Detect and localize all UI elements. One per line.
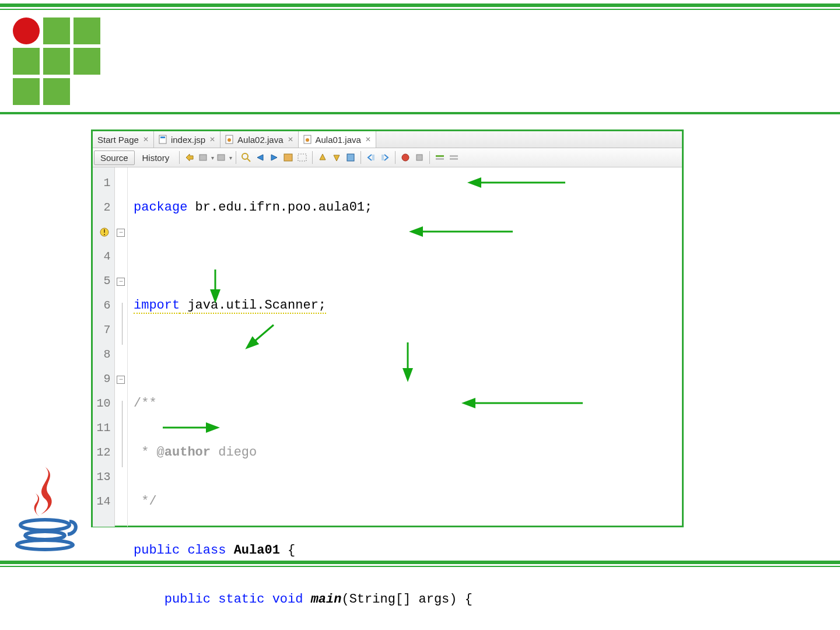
editor-tab-bar: Start Page ✕ index.jsp ✕ Aula02.java ✕ A… [93,131,682,148]
class-name: Aula01 [234,543,280,558]
line-num: 7 [93,318,111,342]
tab-aula02[interactable]: Aula02.java ✕ [220,131,298,148]
close-icon[interactable]: ✕ [288,135,293,144]
java-logo-icon [13,461,83,554]
keyword: import [134,298,180,314]
warning-icon [99,227,110,237]
svg-rect-6 [200,155,206,160]
code-text: { [280,543,295,558]
svg-rect-10 [284,154,292,161]
slide-top-rule [0,0,840,10]
svg-rect-7 [218,155,225,160]
tab-label: index.jsp [171,135,205,145]
keyword: public [134,543,180,558]
svg-rect-12 [347,154,354,161]
fold-toggle-icon[interactable]: − [117,229,125,237]
tab-label: Start Page [97,135,139,145]
svg-rect-18 [436,158,444,160]
institution-logo [13,18,106,111]
code-area[interactable]: 1 2 4 5 6 7 8 9 10 11 12 13 14 − [93,167,682,527]
javadoc: * @ [134,445,164,460]
svg-rect-17 [436,155,444,157]
find-next-icon[interactable] [268,151,281,164]
previous-bookmark-icon[interactable] [316,151,329,164]
svg-rect-16 [416,155,422,160]
fold-column: − − − [115,167,128,527]
javadoc: diego [211,445,257,460]
svg-point-33 [17,540,73,550]
uncomment-icon[interactable] [447,151,460,164]
line-num: 8 [93,342,111,367]
javadoc: */ [134,489,682,514]
back-icon[interactable] [197,151,210,164]
svg-rect-14 [382,155,384,160]
keyword: public static void [164,592,311,607]
fold-toggle-icon[interactable]: − [117,278,125,286]
tab-aula01[interactable]: Aula01.java ✕ [299,131,376,148]
svg-rect-1 [160,136,165,138]
line-num: 1 [93,171,111,195]
indent [134,592,164,607]
svg-rect-11 [298,154,306,161]
tab-index-jsp[interactable]: index.jsp ✕ [154,131,220,148]
line-num: 12 [93,440,111,465]
code-editor-window: Start Page ✕ index.jsp ✕ Aula02.java ✕ A… [91,130,684,527]
fold-toggle-icon[interactable]: − [117,376,125,384]
close-icon[interactable]: ✕ [209,135,215,144]
line-num: 5 [93,269,111,293]
find-previous-icon[interactable] [254,151,267,164]
svg-rect-19 [450,155,458,157]
svg-rect-22 [104,229,105,233]
tab-label: Aula01.java [316,135,361,145]
slide-mid-rule [0,112,840,114]
svg-rect-13 [372,155,374,160]
forward-icon[interactable] [215,151,228,164]
java-class-icon [225,135,235,144]
svg-line-9 [247,159,250,162]
toggle-bookmark-icon[interactable] [344,151,357,164]
last-edit-icon[interactable] [183,151,196,164]
line-num: 10 [93,391,111,416]
toggle-highlight-icon[interactable] [282,151,295,164]
method-name: main [311,592,342,607]
code-text: java.util.Scanner; [180,298,326,314]
line-num: 4 [93,244,111,269]
toggle-rect-icon[interactable] [296,151,309,164]
shift-right-icon[interactable] [379,151,391,164]
history-button[interactable]: History [136,150,176,165]
start-macro-icon[interactable] [399,151,412,164]
code-text: (String[] args) { [341,592,472,607]
comment-icon[interactable] [433,151,446,164]
jsp-file-icon [159,135,168,144]
shift-left-icon[interactable] [365,151,377,164]
next-bookmark-icon[interactable] [330,151,343,164]
line-num: 11 [93,416,111,440]
tab-start-page[interactable]: Start Page ✕ [93,131,154,148]
svg-rect-20 [450,158,458,160]
svg-point-5 [306,138,309,142]
source-button[interactable]: Source [94,150,135,165]
keyword: package [134,200,187,215]
keyword: class [180,543,233,558]
javadoc: /** [134,391,682,416]
code-content[interactable]: package br.edu.ifrn.poo.aula01; import j… [128,167,682,527]
tab-label: Aula02.java [237,135,283,145]
stop-macro-icon[interactable] [413,151,426,164]
code-text: br.edu.ifrn.poo.aula01; [187,200,372,215]
editor-toolbar: Source History ▾ ▾ [93,148,682,167]
java-class-icon [303,135,313,144]
svg-point-15 [402,154,409,161]
line-num: 14 [93,489,111,514]
svg-point-3 [228,138,231,142]
svg-point-32 [25,531,65,540]
line-num: 13 [93,465,111,489]
close-icon[interactable]: ✕ [365,135,371,144]
close-icon[interactable]: ✕ [143,135,149,144]
find-selection-icon[interactable] [240,151,253,164]
svg-rect-23 [104,234,105,235]
svg-point-8 [242,153,248,159]
line-number-gutter: 1 2 4 5 6 7 8 9 10 11 12 13 14 [93,167,115,527]
svg-point-31 [20,520,69,530]
line-num: 9 [93,367,111,391]
javadoc-tag: author [164,445,211,460]
